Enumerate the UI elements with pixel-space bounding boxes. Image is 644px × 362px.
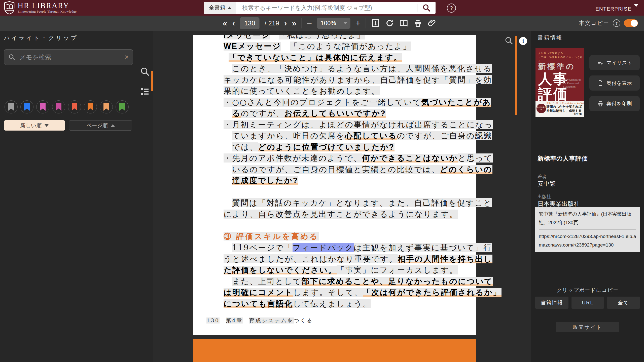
print-button[interactable] (413, 19, 422, 28)
page-text-segment: 達成度でしたか? (232, 176, 298, 185)
help-button[interactable]: ? (447, 4, 456, 13)
prev-page-button[interactable]: ‹ (232, 16, 235, 31)
bookmark-filter-gray[interactable] (5, 100, 18, 113)
bookmark-filter-green[interactable] (116, 100, 129, 113)
colophon-show-button[interactable]: 奥付を表示 (589, 75, 640, 91)
bookmark-filter-magenta-dot[interactable] (36, 100, 49, 113)
page-heading-line: ③ 評価スキルを高める (224, 231, 476, 242)
page-footer-segment: 130 (206, 317, 220, 324)
page-text-segment: どのように位置づけていましたか? (258, 143, 394, 151)
page-text-segment: キッカケになる可能性がありますから、自己評価を促す「質問」を効 (224, 75, 492, 84)
citation-box: 安中繁『新標準の人事評価』(日本実業出版社、2022年)130頁 https:/… (535, 207, 640, 252)
page-text-segment: 「次は何ができたら評価されるか」 (363, 288, 502, 297)
bookmark-filter-pink[interactable] (52, 100, 65, 113)
page-text-segment: して伝えましょう。 (293, 299, 371, 308)
rail-search-tab[interactable] (140, 66, 150, 77)
page-text-segment (281, 42, 290, 51)
page-text-segment: 「事実」にフォーカスします。 (337, 265, 458, 274)
search-scope-dropdown[interactable]: 全書籍 (204, 2, 236, 14)
enterprise-menu[interactable]: ENTERPRISE (595, 4, 638, 12)
top-bar: HR LIBRARY Empowering People Through Kno… (0, 0, 644, 16)
author-label: 著者 (538, 174, 547, 180)
citation-url[interactable]: https://hrcom-212870393.ap-northeast-1.e… (539, 232, 636, 249)
page-text-line: また、上司として部下に求めることや、足りなかったものについて (224, 276, 476, 287)
page-text-segment: についても言語化 (224, 299, 293, 308)
page-text-segment: ・先月のアポ件数が未達のようで、 (224, 153, 362, 163)
info-icon[interactable]: i (519, 37, 527, 45)
page-text-segment: 119ページで「 (232, 243, 293, 252)
zoom-out-button[interactable]: − (307, 18, 312, 28)
colophon-print-label: 奥付を印刷 (606, 100, 632, 107)
help-question-icon: ? (450, 5, 453, 11)
sales-site-button[interactable]: 販売サイト (556, 322, 619, 332)
printer-icon (413, 19, 422, 27)
mylist-button[interactable]: マイリスト (589, 55, 640, 70)
page-search-icon[interactable] (504, 36, 513, 46)
copy-help-icon[interactable]: ? (613, 19, 620, 27)
page-text-line: た評価をしないでください。「事実」にフォーカスします。 (224, 264, 476, 276)
reload-button[interactable] (385, 19, 394, 28)
zoom-in-button[interactable]: + (355, 18, 361, 28)
page-text-line: ・先月のアポ件数が未達のようで、何かできることはないかと思って (224, 152, 476, 164)
sort-page-order-button[interactable]: ページ順 (69, 120, 132, 131)
copy-all-button[interactable]: 全て (607, 297, 640, 309)
page-text-segment: 気づいたことがあ (421, 98, 491, 107)
page-number-input[interactable] (240, 17, 260, 29)
book-info-header: 書籍情報 (531, 31, 644, 45)
next-page-button[interactable]: › (284, 16, 287, 31)
reload-icon (385, 19, 394, 27)
page-text-segment: 「できていないこと」は具体的に伝えます。 (229, 53, 402, 62)
copy-url-button[interactable]: URL (571, 297, 604, 309)
page-text-line: いるのですが、ご自身の目標値と実績との比較では、どのくらいの (224, 164, 476, 175)
page-text-line: ・月初ミーティングは、よほどの事情がなければ出席することになっ (224, 119, 476, 130)
copy-book-info-button[interactable]: 書籍情報 (535, 297, 568, 309)
page-text-line: についても言語化して伝えましょう。 (224, 298, 476, 309)
toolbar-divider (301, 18, 302, 28)
logo-title: HR LIBRARY (18, 2, 77, 10)
sidebar-title: ハイライト・クリップ (4, 34, 78, 42)
memo-search-input[interactable] (19, 53, 121, 61)
toolbar-center-controls: « ‹ / 219 › » − 100% + (223, 16, 437, 31)
bookmark-icon (8, 103, 14, 111)
page-text-segment: また、上司として (232, 277, 302, 286)
chevron-down-icon (45, 124, 49, 127)
search-submit-button[interactable] (417, 2, 436, 14)
sidebar-header: ハイライト・クリップ (0, 31, 137, 45)
clipboard-copy-title: クリップボードにコピー (531, 287, 644, 294)
page-text-segment: ていますから、昨日の欠席を (232, 131, 345, 140)
cover-subtitle-en: New Standards for Personnel Evaluation (563, 78, 582, 89)
bookmark-icon (56, 103, 61, 111)
bookmark-filter-tan[interactable] (100, 100, 113, 113)
bookmark-filter-orange[interactable] (84, 100, 97, 113)
page-text-segment: うと述べましたが、これはかなり重要です。 (224, 254, 398, 263)
highlight-clip-sidebar: ハイライト・クリップ × 新しい順 ページ順 (0, 31, 137, 362)
colophon-print-button[interactable]: 奥付を印刷 (589, 96, 640, 111)
fit-height-button[interactable] (371, 19, 380, 28)
content-scrollbar[interactable] (515, 36, 517, 115)
logo-tagline: Empowering People Through Knowledge (18, 10, 77, 14)
book-view-button[interactable] (399, 19, 408, 28)
first-page-button[interactable]: « (223, 16, 227, 31)
clear-search-icon[interactable]: × (125, 54, 129, 61)
page-text-line: 果的に使っていくことをお勧めします。 (224, 85, 476, 97)
page-text-line: Iメッセージ 「私はこう思ったよ」 (224, 35, 476, 41)
clip-button[interactable] (427, 19, 436, 28)
page-text-segment: 「このような評価があったよ」 (290, 42, 411, 51)
hr-library-logo[interactable]: HR LIBRARY Empowering People Through Kno… (4, 1, 77, 15)
sort-newest-button[interactable]: 新しい順 (4, 120, 65, 131)
last-page-button[interactable]: » (292, 16, 297, 31)
zoom-level-value: 100% (320, 20, 336, 27)
citation-text: 安中繁『新標準の人事評価』(日本実業出版社、2022年)130頁 (539, 210, 636, 227)
document-icon (597, 80, 603, 86)
page-text-segment: は明確にコメント (224, 288, 293, 297)
app-window: HR LIBRARY Empowering People Through Kno… (0, 0, 644, 362)
page-text-line: うと述べましたが、これはかなり重要です。相手の人間性を持ち出し (224, 253, 476, 265)
page-footer-segment (220, 317, 226, 324)
bookmark-filter-red-dot[interactable] (68, 100, 81, 113)
global-search-input[interactable] (236, 5, 417, 11)
zoom-level-dropdown[interactable]: 100% (317, 18, 350, 29)
search-icon (140, 66, 150, 76)
rail-toc-tab[interactable] (140, 87, 150, 98)
bookmark-filter-blue[interactable] (20, 100, 33, 113)
text-copy-toggle[interactable] (624, 19, 638, 27)
